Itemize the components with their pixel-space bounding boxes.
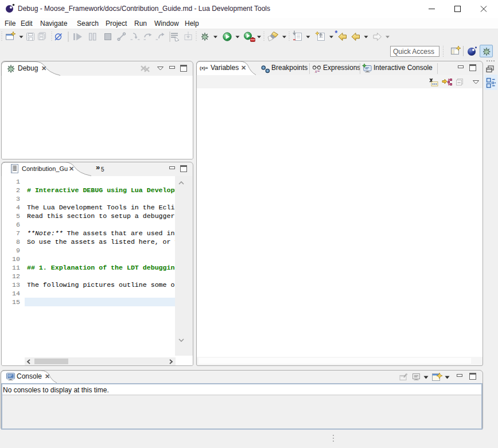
svg-text:x=: x= (314, 69, 320, 73)
svg-text:*: * (335, 29, 338, 37)
